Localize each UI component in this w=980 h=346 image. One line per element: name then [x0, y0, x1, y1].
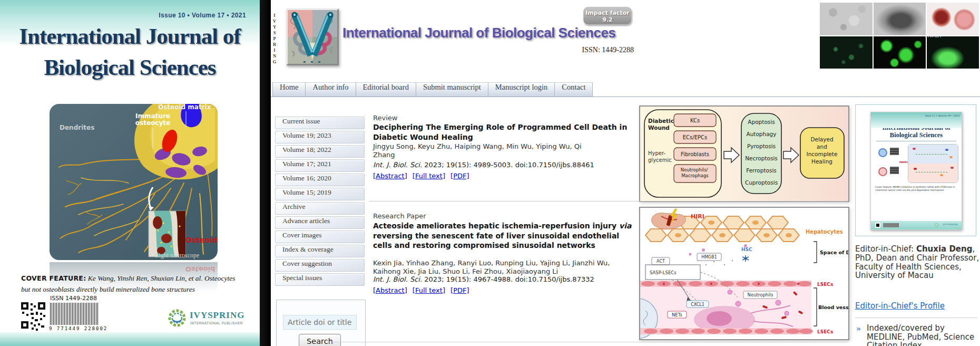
indexed-coverage-text: Indexed/covered by MEDLINE, PubMed, Scie…	[867, 324, 979, 346]
fig2-lsecs-top-label: LSECs	[817, 282, 833, 287]
osteoid-matrix-label: Osteoid matrix	[158, 104, 211, 111]
search-button[interactable]: Search	[299, 334, 341, 346]
nav-tab-contact[interactable]: Contact	[555, 82, 593, 97]
thumb-cell-red	[878, 167, 887, 176]
fig2-nets-label: NETs	[672, 312, 683, 318]
thumb-cell-blue	[878, 148, 887, 157]
sidebar-item-volume-15[interactable]: Volume 15; 2019	[275, 188, 365, 200]
sidebar-item-volume-16[interactable]: Volume 16; 2020	[275, 174, 365, 186]
article2-figure-thumbnail[interactable]: HIRI Hepatocytes HSC Space of Disse ACT …	[639, 207, 849, 340]
sidebar-menu: Current issue Volume 19; 2023 Volume 18;…	[275, 117, 365, 287]
sidebar-item-index-coverage[interactable]: Index & coverage	[275, 245, 365, 257]
cover-title-line2: Biological Sciences	[0, 54, 260, 80]
article2-links: [Abstract] [Full text] [PDF]	[373, 285, 472, 295]
ivyspring-wreath-icon	[166, 307, 188, 331]
osteocyte-illustration: Dendrites Immature osteocyte Osteoid mat…	[50, 104, 218, 260]
montage-tile-phase-contrast-2	[874, 3, 926, 35]
nav-tab-submit-manuscript[interactable]: Submit manuscript	[416, 82, 488, 97]
article2-title: Acteoside ameliorates hepatic ischemia-r…	[373, 221, 632, 251]
fig2-space-of-disse-label: Space of Disse	[820, 249, 848, 255]
editor-label: Editor-in-Chief:	[855, 244, 916, 254]
sidebar-item-volume-19[interactable]: Volume 19; 2023	[275, 131, 365, 143]
article1-journal-abbrev: Int. J. Biol. Sci.	[373, 161, 422, 169]
gfp-tile-label: 17M-GFP	[925, 34, 977, 39]
ivyspring-logo-art	[288, 10, 337, 64]
bullet-arrow-icon: »	[856, 324, 861, 333]
article2-title-post: reversing the senescent fate of liver si…	[373, 232, 619, 250]
osteoid-label: Osteoid	[185, 236, 218, 244]
article1-authors: Jingyu Song, Keyu Zhu, Haiping Wang, Min…	[373, 142, 597, 159]
fig1-hyper-label: Hyper-	[648, 150, 665, 156]
sidebar-item-cover-suggestion[interactable]: Cover suggestion	[275, 259, 365, 272]
article1-citation: Int. J. Biol. Sci. 2023; 19(15): 4989-50…	[373, 161, 594, 169]
fig1-autophagy: Autophagy	[746, 131, 776, 137]
cover-title-line1: International Journal of	[0, 23, 260, 49]
thumb-chip-1	[890, 148, 899, 155]
sidebar-item-archive[interactable]: Archive	[275, 202, 365, 215]
article2-abstract-link[interactable]: [Abstract]	[373, 286, 407, 294]
editor-name: Chuxia Deng	[916, 244, 973, 254]
cover-issue-line: Issue 10 • Volume 17 • 2021	[159, 12, 246, 19]
editor-in-chief-blurb: Editor-in-Chief: Chuxia Deng, PhD, Dean …	[855, 245, 980, 280]
article-search-panel: Search	[276, 300, 366, 346]
ivyspring-logo[interactable]	[286, 8, 339, 65]
fig1-pyroptosis: Pyroptosis	[747, 143, 776, 149]
nav-tab-home[interactable]: Home	[272, 82, 306, 97]
sidebar-item-current-issue[interactable]: Current issue	[275, 117, 365, 129]
fig1-wound-label: Wound	[648, 124, 670, 131]
fig1-necroptosis: Necroptosis	[745, 155, 778, 161]
sidebar-item-advance-articles[interactable]: Advance articles	[275, 216, 365, 229]
fig2-lsecs-bottom-label: LSECs	[817, 329, 833, 334]
editor-profile-link[interactable]: Editor-in-Chief's Profile	[855, 301, 945, 311]
article1-links: [Abstract] [Full text] [PDF]	[373, 170, 472, 180]
footer-divider	[327, 342, 847, 342]
article1-type-label: Review	[373, 114, 397, 122]
thumb-figure: MDM2	[875, 143, 957, 184]
article2-journal-abbrev: Int. J. Biol. Sci.	[373, 275, 422, 283]
nav-tab-author-info[interactable]: Author info	[306, 82, 356, 97]
barcode-digits: 9 771449 228002	[49, 326, 107, 331]
fig1-cuproptosis: Cuproptosis	[745, 179, 778, 186]
search-input[interactable]	[283, 315, 357, 330]
scan-divider	[260, 0, 271, 346]
thumb-pathway-panel	[908, 144, 958, 183]
montage-tile-dark-fluorescence	[820, 36, 873, 69]
article1-figure-thumbnail[interactable]: Diabetic Wound Hyper- glycemic KCs ECs/E…	[639, 105, 849, 202]
sidebar-item-volume-17[interactable]: Volume 17; 2021	[275, 159, 365, 172]
fig2-neutrophils-label: Neutrophils	[748, 292, 773, 297]
article2-title-via: via	[619, 222, 631, 230]
thumb-mdm2-label: MDM2	[899, 161, 908, 164]
fig1-macrophags: Macrophags	[681, 173, 709, 178]
article2-pdf-link[interactable]: [PDF]	[450, 286, 469, 294]
impact-factor-badge: Impact factor 9.2	[583, 7, 632, 25]
montage-tile-green-fluorescence	[874, 36, 926, 69]
fig2-hepatocytes-label: Hepatocytes	[806, 229, 843, 235]
fig1-ferroptosis: Ferroptosis	[746, 167, 777, 174]
immature-osteocyte-label-1: Immature	[135, 112, 170, 120]
sidebar-item-special-issues[interactable]: Special issues	[275, 273, 365, 286]
right-column-separator	[855, 318, 977, 318]
svg-text:Neutrophils/ Macrophags: Neutrophils/ Macrophags	[681, 167, 709, 178]
article1-pdf-link[interactable]: [PDF]	[450, 172, 469, 180]
thumb-qr-icon	[875, 223, 880, 228]
sidebar-item-volume-18[interactable]: Volume 18; 2022	[275, 145, 365, 158]
article1-abstract-link[interactable]: [Abstract]	[373, 172, 407, 180]
sidebar-item-cover-images[interactable]: Cover images	[275, 230, 365, 243]
fig1-outcome-3: Incomplete	[807, 151, 838, 157]
nav-tab-manuscript-login[interactable]: Manuscript login	[488, 82, 555, 97]
fig2-hmgb1-label: HMGB1	[701, 255, 717, 260]
thumb-cover-header: Issue 11 • Volume 19 • 2023	[871, 112, 962, 128]
article2-fulltext-link[interactable]: [Full text]	[413, 286, 445, 294]
article1-fulltext-link[interactable]: [Full text]	[413, 172, 445, 180]
cover-bottom-gradient	[0, 332, 260, 346]
nav-tab-editorial-board[interactable]: Editorial board	[356, 82, 416, 97]
reflection-ghost-osteoid: Osteoid	[185, 265, 215, 273]
thumb-barcode-icon	[884, 223, 899, 227]
current-issue-cover-thumbnail: Issue 11 • Volume 19 • 2023 Internationa…	[870, 112, 962, 230]
dendrites-label: Dendrites	[60, 124, 94, 131]
impact-factor-label: Impact factor	[584, 9, 631, 16]
montage-tile-gfp: 17M-GFP	[927, 36, 979, 69]
current-issue-cover-box[interactable]: Issue 11 • Volume 19 • 2023 Internationa…	[855, 104, 976, 236]
thumb-bottom-bar: IVYSPRING	[871, 221, 962, 229]
fig1-outcome-4: Healing	[811, 158, 832, 165]
